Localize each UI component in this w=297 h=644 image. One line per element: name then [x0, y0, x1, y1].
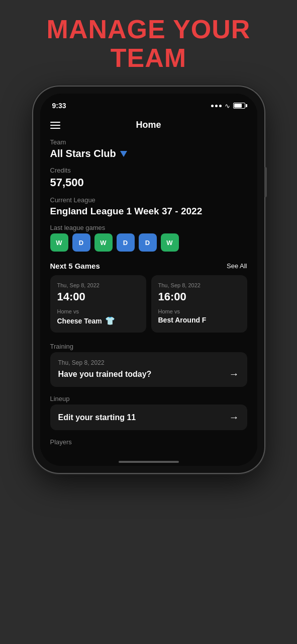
next-games-section: Next 5 Games See All Thu, Sep 8, 2022 14… — [50, 262, 247, 333]
training-card[interactable]: Thu, Sep 8, 2022 Have you trained today?… — [50, 352, 247, 387]
battery-icon — [233, 103, 245, 109]
game-badge-1: W — [50, 233, 68, 252]
game-badge-3: W — [94, 233, 113, 252]
lineup-arrow-icon: → — [229, 412, 239, 423]
header-title: Home — [136, 120, 161, 130]
game-card-2-opponent: Best Around F — [158, 316, 240, 324]
games-row: W D W D D W — [50, 233, 247, 252]
training-title: Have you trained today? — [58, 370, 152, 379]
team-label: Team — [50, 138, 247, 146]
game-card-1-venue: Home vs — [57, 308, 139, 314]
game-card-1-time: 14:00 — [57, 290, 139, 303]
last-games-label: Last league games — [50, 224, 247, 231]
training-row: Have you trained today? → — [58, 368, 239, 380]
credits-label: Credits — [50, 167, 247, 174]
arrow-icon: → — [229, 368, 239, 380]
credits-section: Credits 57,500 — [50, 167, 247, 189]
hero-title: MANAGE YOUR TEAM — [47, 15, 251, 72]
last-games-section: Last league games W D W D D W — [50, 224, 247, 252]
game-card-2-time: 16:00 — [158, 290, 240, 303]
signal-icon — [211, 105, 222, 107]
lineup-label: Lineup — [50, 395, 247, 403]
game-card-1-date: Thu, Sep 8, 2022 — [57, 282, 139, 288]
next-games-title: Next 5 Games — [50, 262, 100, 270]
league-section: Current League England League 1 Week 37 … — [50, 196, 247, 217]
lineup-row: Edit your starting 11 → — [58, 412, 239, 423]
game-badge-2: D — [72, 233, 90, 252]
lineup-title: Edit your starting 11 — [58, 413, 136, 422]
league-label: Current League — [50, 196, 247, 204]
home-indicator — [119, 461, 179, 463]
bottom-bar — [40, 456, 257, 466]
game-badge-4: D — [117, 233, 135, 252]
wifi-icon: ∿ — [225, 102, 230, 110]
team-name: All Stars Club — [50, 148, 247, 159]
see-all-button[interactable]: See All — [227, 262, 247, 270]
training-date: Thu, Sep 8, 2022 — [58, 359, 239, 366]
app-content: Home Team All Stars Club Credits 57,500 … — [40, 115, 257, 456]
game-card-1-opponent: Cheese Team 👕 — [57, 316, 139, 326]
status-bar: 9:33 ∿ — [40, 94, 257, 115]
game-card-1[interactable]: Thu, Sep 8, 2022 14:00 Home vs Cheese Te… — [50, 275, 146, 333]
training-label: Training — [50, 343, 247, 350]
games-cards: Thu, Sep 8, 2022 14:00 Home vs Cheese Te… — [50, 275, 247, 333]
training-section: Training Thu, Sep 8, 2022 Have you train… — [50, 343, 247, 387]
game-badge-5: D — [139, 233, 157, 252]
status-time: 9:33 — [52, 102, 66, 110]
game-card-2[interactable]: Thu, Sep 8, 2022 16:00 Home vs Best Arou… — [151, 275, 247, 333]
menu-button[interactable] — [50, 122, 60, 129]
lineup-section: Lineup Edit your starting 11 → — [50, 395, 247, 430]
shirt-icon: 👕 — [105, 316, 115, 326]
league-value: England League 1 Week 37 - 2022 — [50, 206, 247, 217]
game-card-2-date: Thu, Sep 8, 2022 — [158, 282, 240, 288]
game-badge-6: W — [161, 233, 179, 252]
filter-icon[interactable] — [120, 151, 127, 157]
phone-screen: 9:33 ∿ Home Team — [40, 94, 257, 466]
lineup-card[interactable]: Edit your starting 11 → — [50, 405, 247, 430]
status-icons: ∿ — [211, 102, 245, 110]
game-card-2-venue: Home vs — [158, 308, 240, 314]
team-section: Team All Stars Club — [50, 138, 247, 159]
credits-value: 57,500 — [50, 176, 247, 189]
next-games-header: Next 5 Games See All — [50, 262, 247, 270]
app-header: Home — [50, 115, 247, 138]
phone-shell: 9:33 ∿ Home Team — [33, 87, 264, 473]
players-label: Players — [50, 438, 247, 446]
